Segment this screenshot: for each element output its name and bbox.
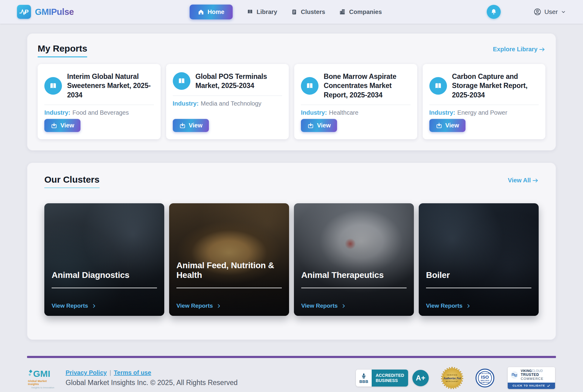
bbb-torch-icon xyxy=(360,373,367,380)
viking-validate-bar[interactable]: CLICK TO VALIDATE xyxy=(508,383,555,389)
viking-brand-bold: VIKING xyxy=(521,369,532,373)
download-icon xyxy=(307,122,314,129)
book-icon xyxy=(434,81,443,90)
authorize-name: Authorize.Net xyxy=(443,377,461,380)
industry-value: Media and Technology xyxy=(201,100,261,107)
nav-label: Home xyxy=(207,8,224,15)
explore-library-label: Explore Library xyxy=(493,46,537,53)
vikingcloud-trusted-commerce-badge[interactable]: VIKINGCLOUD TRUSTED COMMERCE CLICK TO VA… xyxy=(508,367,555,389)
cluster-title: Animal Therapeutics xyxy=(301,270,407,280)
our-clusters-title: Our Clusters xyxy=(44,174,100,188)
view-report-button[interactable]: View xyxy=(301,119,337,132)
nav-item-companies[interactable]: Companies xyxy=(339,8,382,15)
report-industry: Industry:Energy and Power xyxy=(429,109,539,116)
check-icon xyxy=(547,384,550,387)
certification-badges: BBB ACCREDITED BUSINESS A+ VERIFIED Auth… xyxy=(356,367,555,389)
top-navigation-bar: P GMIPulse Home Library Clust xyxy=(0,0,583,24)
view-report-button[interactable]: View xyxy=(173,119,209,132)
view-button-label: View xyxy=(189,122,203,129)
bbb-rating-badge[interactable]: A+ xyxy=(412,370,429,386)
report-icon-circle xyxy=(429,77,447,95)
report-card-head: Global POS Terminals Market, 2025-2034 xyxy=(173,72,282,90)
divider xyxy=(176,288,282,288)
cluster-content: Animal Therapeutics View Reports xyxy=(301,270,407,309)
view-button-label: View xyxy=(445,122,459,129)
view-button-label: View xyxy=(317,122,331,129)
user-icon xyxy=(534,8,541,16)
view-report-button[interactable]: View xyxy=(44,119,80,132)
industry-label: Industry: xyxy=(301,109,327,116)
industry-value: Food and Beverages xyxy=(73,109,129,116)
terms-of-use-link[interactable]: Terms of use xyxy=(114,369,151,376)
view-all-link[interactable]: View All xyxy=(508,177,539,184)
cluster-card-animal-therapeutics[interactable]: Animal Therapeutics View Reports xyxy=(294,203,414,316)
cluster-content: Animal Diagnostics View Reports xyxy=(52,270,157,309)
bbb-accredited-badge[interactable]: BBB ACCREDITED BUSINESS xyxy=(356,370,408,387)
cluster-card-animal-feed[interactable]: Animal Feed, Nutrition & Health View Rep… xyxy=(169,203,289,316)
user-menu[interactable]: User xyxy=(534,8,566,16)
industry-value: Energy and Power xyxy=(457,109,507,116)
report-title: Interim Global Natural Sweeteners Market… xyxy=(67,72,154,100)
divider xyxy=(173,96,282,96)
report-card: Interim Global Natural Sweeteners Market… xyxy=(38,64,161,139)
report-icon-circle xyxy=(44,77,62,95)
arrow-right-icon xyxy=(539,46,545,53)
home-icon xyxy=(198,9,204,15)
gmi-logo-tagline: Insights to Innovation xyxy=(31,386,54,389)
nav-item-library[interactable]: Library xyxy=(247,8,277,15)
report-card-head: Interim Global Natural Sweeteners Market… xyxy=(44,72,154,100)
view-reports-label: View Reports xyxy=(176,302,213,309)
view-reports-link[interactable]: View Reports xyxy=(426,302,531,309)
view-reports-link[interactable]: View Reports xyxy=(52,302,157,309)
viking-line2: COMMERCE xyxy=(521,377,544,381)
brand-logo-icon: P xyxy=(17,5,31,19)
chevron-right-icon xyxy=(91,303,97,309)
open-book-icon xyxy=(247,8,253,15)
svg-text:GMI: GMI xyxy=(33,369,50,379)
gmi-footer-logo[interactable]: GMI Global Market Insights Insights to I… xyxy=(28,367,58,389)
cluster-title: Animal Diagnostics xyxy=(52,270,157,280)
notifications-button[interactable] xyxy=(487,5,501,19)
nav-item-clusters[interactable]: Clusters xyxy=(291,8,325,15)
cluster-card-boiler[interactable]: Boiler View Reports xyxy=(419,203,539,316)
report-card-head: Bone Marrow Aspirate Concentrates Market… xyxy=(301,72,411,100)
cluster-title: Animal Feed, Nutrition & Health xyxy=(176,261,282,280)
nav-item-home[interactable]: Home xyxy=(189,5,233,19)
explore-library-link[interactable]: Explore Library xyxy=(493,46,545,53)
report-card: Global POS Terminals Market, 2025-2034 I… xyxy=(166,64,289,139)
user-label: User xyxy=(544,8,558,15)
industry-label: Industry: xyxy=(173,100,199,107)
clusters-grid: Animal Diagnostics View Reports Animal F… xyxy=(40,203,543,316)
view-button-label: View xyxy=(60,122,74,129)
footer-text-block: Privacy Policy | Terms of use Global Mar… xyxy=(66,369,238,387)
my-reports-section: My Reports Explore Library Interim Globa… xyxy=(27,33,556,150)
view-reports-label: View Reports xyxy=(426,302,462,309)
iso-certified-seal[interactable]: CERTIFIED ISO 9001:2015 COMPANY xyxy=(476,369,494,387)
report-industry: Industry:Food and Beverages xyxy=(44,109,154,116)
gmi-logo-subtitle: Global Market Insights xyxy=(28,380,58,386)
divider xyxy=(429,105,539,105)
bell-icon xyxy=(490,8,497,15)
industry-value: Healthcare xyxy=(329,109,359,116)
footer-links: Privacy Policy | Terms of use xyxy=(66,369,238,376)
divider xyxy=(44,105,154,105)
view-all-label: View All xyxy=(508,177,531,184)
privacy-policy-link[interactable]: Privacy Policy xyxy=(66,369,107,376)
view-reports-link[interactable]: View Reports xyxy=(301,302,407,309)
viking-line1: TRUSTED xyxy=(521,373,544,377)
view-report-button[interactable]: View xyxy=(429,119,465,132)
svg-text:P: P xyxy=(25,8,29,15)
bbb-line1: ACCREDITED xyxy=(376,373,404,378)
brand-logo[interactable]: P GMIPulse xyxy=(17,5,74,19)
cluster-content: Boiler View Reports xyxy=(426,270,531,309)
report-icon-circle xyxy=(173,72,190,90)
bbb-badge-group[interactable]: BBB ACCREDITED BUSINESS A+ xyxy=(356,370,429,387)
nav-label: Clusters xyxy=(301,8,325,15)
building-icon xyxy=(339,8,346,15)
report-card: Carbon Capture and Storage Market Report… xyxy=(423,64,546,139)
view-reports-link[interactable]: View Reports xyxy=(176,302,282,309)
authorize-net-seal[interactable]: VERIFIED Authorize.Net MERCHANT xyxy=(442,368,462,388)
cluster-card-animal-diagnostics[interactable]: Animal Diagnostics View Reports xyxy=(44,203,164,316)
footer-purple-divider xyxy=(27,356,556,358)
report-title: Carbon Capture and Storage Market Report… xyxy=(452,72,539,100)
